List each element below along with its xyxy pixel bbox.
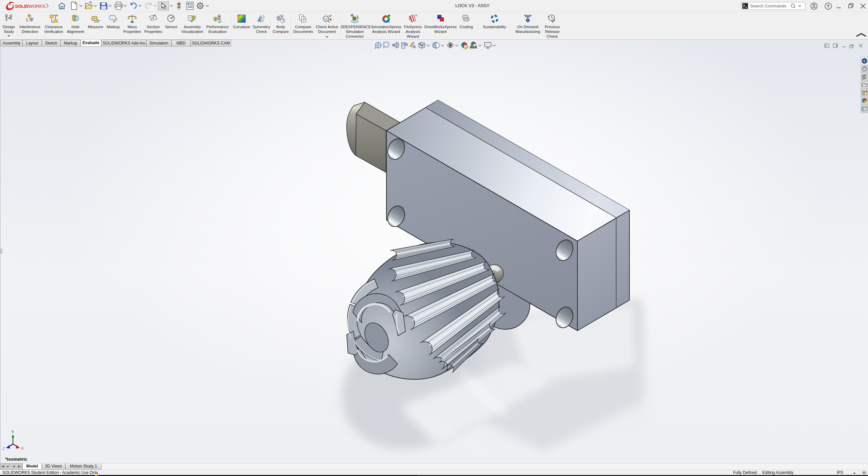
svg-text:SOLIDWORKS: SOLIDWORKS [15,4,45,9]
svg-text:Z: Z [2,446,5,451]
svg-text:Y: Y [12,430,14,434]
svg-text:?: ? [282,19,284,23]
svg-text:?: ? [827,4,830,9]
svg-text:?: ? [302,18,305,22]
svg-text:A: A [413,44,416,49]
svg-text:X: X [21,446,24,451]
svg-text:Search Commands: Search Commands [750,4,786,8]
